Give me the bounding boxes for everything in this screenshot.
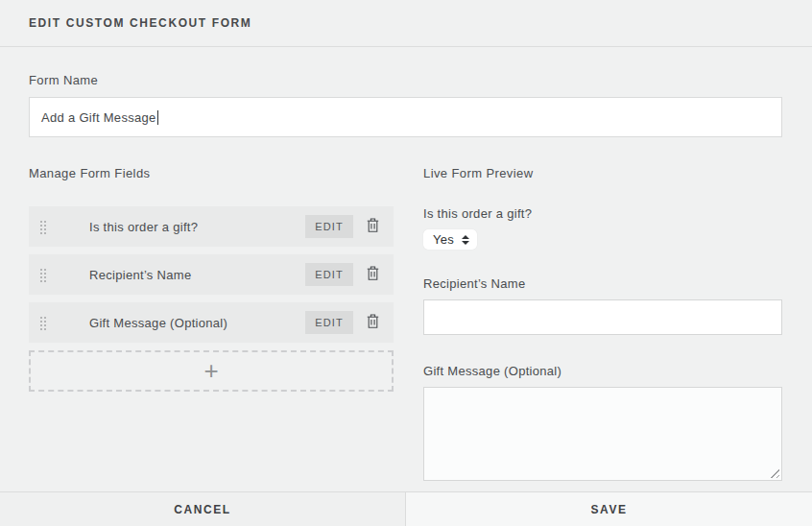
edit-field-button[interactable]: EDIT bbox=[305, 311, 353, 334]
field-row-label: Recipient’s Name bbox=[89, 268, 305, 282]
gift-message-textarea-wrap bbox=[423, 387, 782, 481]
field-row-recipient-name: Recipient’s Name EDIT bbox=[29, 254, 394, 295]
gift-question-select[interactable]: Yes bbox=[423, 229, 477, 250]
field-row-gift-question: Is this order a gift? EDIT bbox=[29, 206, 394, 247]
dialog-header: EDIT CUSTOM CHECKOUT FORM bbox=[0, 0, 812, 47]
preview-gift-message-label: Gift Message (Optional) bbox=[423, 364, 782, 378]
content-columns: Manage Form Fields Is this order a gift?… bbox=[0, 166, 812, 481]
field-row-label: Is this order a gift? bbox=[89, 220, 305, 234]
drag-handle-icon[interactable] bbox=[39, 268, 47, 282]
dialog-title: EDIT CUSTOM CHECKOUT FORM bbox=[29, 16, 251, 30]
trash-icon bbox=[367, 218, 379, 235]
plus-icon: + bbox=[203, 356, 218, 386]
edit-checkout-form-dialog: EDIT CUSTOM CHECKOUT FORM Form Name Add … bbox=[0, 0, 812, 526]
form-name-label: Form Name bbox=[29, 73, 783, 87]
delete-field-button[interactable] bbox=[367, 314, 379, 331]
field-row-gift-message: Gift Message (Optional) EDIT bbox=[29, 302, 394, 343]
edit-field-button[interactable]: EDIT bbox=[305, 215, 353, 238]
add-field-button[interactable]: + bbox=[29, 350, 394, 392]
trash-icon bbox=[367, 266, 379, 283]
live-form-preview-panel: Live Form Preview Is this order a gift? … bbox=[423, 166, 782, 481]
recipient-name-input[interactable] bbox=[423, 299, 782, 335]
drag-handle-icon[interactable] bbox=[39, 220, 47, 234]
live-form-preview-heading: Live Form Preview bbox=[423, 166, 782, 180]
delete-field-button[interactable] bbox=[367, 218, 379, 235]
save-button[interactable]: SAVE bbox=[406, 492, 812, 526]
gift-message-textarea[interactable] bbox=[423, 387, 782, 481]
gift-question-selected-value: Yes bbox=[433, 232, 454, 247]
form-name-input[interactable]: Add a Gift Message bbox=[29, 97, 782, 137]
manage-form-fields-heading: Manage Form Fields bbox=[29, 166, 394, 180]
manage-form-fields-panel: Manage Form Fields Is this order a gift?… bbox=[29, 166, 394, 481]
field-row-label: Gift Message (Optional) bbox=[89, 316, 305, 330]
trash-icon bbox=[367, 314, 379, 331]
text-caret bbox=[157, 110, 158, 125]
delete-field-button[interactable] bbox=[367, 266, 379, 283]
drag-handle-icon[interactable] bbox=[39, 316, 47, 330]
cancel-button[interactable]: CANCEL bbox=[0, 492, 406, 526]
edit-field-button[interactable]: EDIT bbox=[305, 263, 353, 286]
select-arrows-icon bbox=[462, 235, 469, 245]
dialog-footer: CANCEL SAVE bbox=[0, 491, 812, 526]
preview-gift-question-label: Is this order a gift? bbox=[423, 206, 782, 221]
preview-recipient-label: Recipient’s Name bbox=[423, 276, 782, 291]
form-name-value: Add a Gift Message bbox=[41, 110, 156, 125]
